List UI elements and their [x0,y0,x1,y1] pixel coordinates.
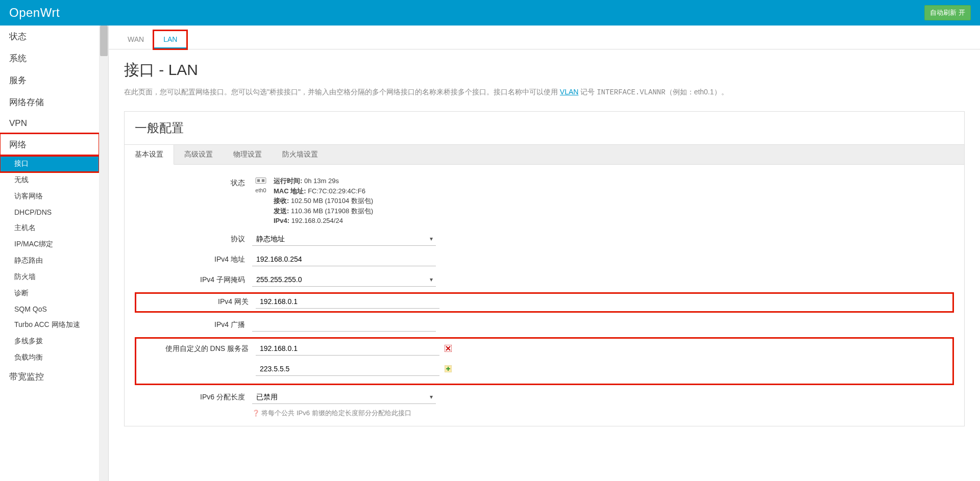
sidebar-category[interactable]: 带宽监控 [0,366,99,388]
broadcast-input[interactable] [252,318,436,332]
dns-input-2[interactable] [256,362,439,376]
top-header: OpenWrt 自动刷新 开 [0,0,980,26]
svg-rect-2 [262,179,264,182]
row-ipv4-address: IPv4 地址 [135,249,954,270]
sidebar-category[interactable]: 网络存储 [0,91,99,113]
general-config-section: 一般配置 基本设置高级设置物理设置防火墙设置 状态 [124,111,965,426]
label-netmask: IPv4 子网掩码 [135,273,252,285]
interface-tab[interactable]: WAN [118,31,154,49]
label-gateway: IPv4 网关 [138,295,256,307]
row-dns-1: 使用自定义的 DNS 服务器 [138,341,950,361]
sidebar-category[interactable]: VPN [0,113,99,134]
sidebar-item[interactable]: 静态路由 [0,252,99,269]
row-ipv6-assign: IPv6 分配长度 已禁用 [135,387,954,408]
auto-refresh-button[interactable]: 自动刷新 开 [924,5,971,20]
page-description: 在此页面，您可以配置网络接口。您可以勾选"桥接接口"，并输入由空格分隔的多个网络… [124,88,965,97]
netmask-select[interactable]: 255.255.255.0 [252,273,436,287]
brand-logo[interactable]: OpenWrt [9,6,60,20]
sidebar-item[interactable]: IP/MAC绑定 [0,236,99,252]
sidebar-category[interactable]: 系统 [0,47,99,69]
sidebar-item[interactable]: 接口 [0,156,99,172]
sidebar-item[interactable]: SQM QoS [0,301,99,317]
ethernet-icon [255,176,266,185]
sidebar-category[interactable]: 服务 [0,69,99,91]
row-protocol: 协议 静态地址 [135,229,954,249]
row-ipv6-hint: 将每个公共 IPv6 前缀的给定长度部分分配给此接口 [135,408,954,418]
interface-tab[interactable]: LAN [154,31,187,49]
row-dns-2 [138,361,950,382]
config-tab[interactable]: 防火墙设置 [272,145,328,164]
dns-input-1[interactable] [256,342,439,356]
sidebar-item[interactable]: 负载均衡 [0,349,99,366]
sidebar-item[interactable]: 诊断 [0,285,99,301]
sidebar-item[interactable]: 主机名 [0,220,99,236]
sidebar-item[interactable]: 防火墙 [0,269,99,285]
sidebar-item[interactable]: 多线多拨 [0,333,99,349]
page-title: 接口 - LAN [124,60,965,81]
ipv4-address-input[interactable] [252,252,436,266]
ipv6-assign-select[interactable]: 已禁用 [252,390,436,404]
dns-add-icon[interactable] [444,364,453,373]
sidebar-nav: 状态系统服务网络存储VPN网络接口无线访客网络DHCP/DNS主机名IP/MAC… [0,26,100,481]
ipv6-assign-hint: 将每个公共 IPv6 前缀的给定长度部分分配给此接口 [252,408,411,418]
row-netmask: IPv4 子网掩码 255.255.255.0 [135,270,954,290]
sidebar-category[interactable]: 状态 [0,26,99,47]
scroll-gutter[interactable] [100,26,109,481]
sidebar-item[interactable]: DHCP/DNS [0,205,99,220]
interface-icon-block: eth0 [252,176,270,193]
config-tab[interactable]: 物理设置 [223,145,272,164]
vlan-link[interactable]: VLAN [560,88,579,96]
sidebar-category[interactable]: 网络 [0,134,99,156]
dns-remove-icon[interactable] [444,344,453,353]
config-tabs: 基本设置高级设置物理设置防火墙设置 [125,144,964,165]
label-ipv6-assign: IPv6 分配长度 [135,390,252,402]
row-status: 状态 eth0 [135,173,954,229]
sidebar-item[interactable]: Turbo ACC 网络加速 [0,317,99,333]
scroll-thumb[interactable] [100,26,108,56]
section-title: 一般配置 [125,112,964,144]
sidebar-item[interactable]: 访客网络 [0,188,99,205]
protocol-select[interactable]: 静态地址 [252,232,436,246]
row-broadcast: IPv4 广播 [135,315,954,335]
label-status: 状态 [135,176,252,188]
config-tab[interactable]: 高级设置 [174,145,223,164]
label-protocol: 协议 [135,232,252,244]
svg-rect-1 [257,179,260,182]
label-ipv4-address: IPv4 地址 [135,252,252,264]
config-tab[interactable]: 基本设置 [125,145,174,165]
interface-tabs: WANLAN [109,26,980,49]
row-gateway: IPv4 网关 [135,292,954,313]
label-dns: 使用自定义的 DNS 服务器 [138,342,256,353]
interface-status-text: 运行时间: 0h 13m 29s MAC 地址: FC:7C:02:29:4C:… [274,176,373,226]
gateway-input[interactable] [256,295,439,309]
main-content: WANLAN 接口 - LAN 在此页面，您可以配置网络接口。您可以勾选"桥接接… [109,26,980,481]
sidebar-item[interactable]: 无线 [0,172,99,188]
label-broadcast: IPv4 广播 [135,318,252,330]
